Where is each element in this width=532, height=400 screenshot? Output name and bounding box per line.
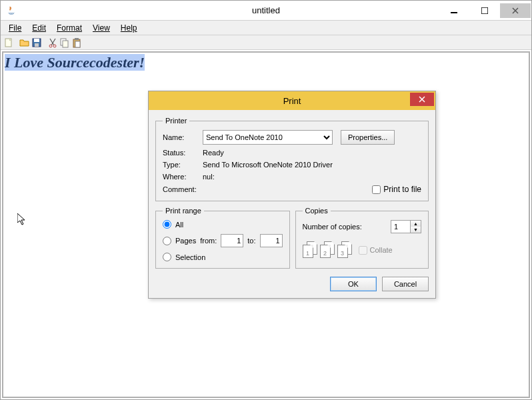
properties-button[interactable]: Properties... — [341, 130, 395, 145]
cut-icon[interactable] — [47, 37, 58, 48]
where-label: Where: — [163, 173, 203, 181]
status-label: Status: — [163, 149, 203, 157]
svg-rect-4 — [34, 39, 39, 42]
menu-edit[interactable]: Edit — [27, 22, 51, 34]
collate-label: Collate — [370, 246, 393, 254]
print-range-group: Print range All Pages from: to: Selectio… — [155, 207, 290, 269]
menu-view[interactable]: View — [87, 22, 115, 34]
window-controls — [439, 3, 531, 18]
printer-group: Printer Name: Send To OneNote 2010 Prope… — [155, 117, 429, 201]
paste-icon[interactable] — [71, 37, 82, 48]
print-to-file-label: Print to file — [383, 185, 421, 194]
save-file-icon[interactable] — [31, 37, 42, 48]
range-pages-radio[interactable] — [163, 237, 171, 245]
where-value: nul: — [203, 173, 215, 181]
range-all-label: All — [175, 221, 183, 229]
type-value: Send To Microsoft OneNote 2010 Driver — [203, 161, 333, 169]
svg-rect-1 — [481, 7, 488, 14]
copy-icon[interactable] — [59, 37, 70, 48]
close-button[interactable] — [500, 3, 531, 18]
svg-point-7 — [53, 45, 56, 47]
window-title: untitled — [252, 5, 280, 15]
svg-point-6 — [49, 45, 52, 47]
minimize-button[interactable] — [439, 3, 469, 18]
menubar: File Edit Format View Help — [1, 21, 531, 35]
ok-button[interactable]: OK — [330, 277, 377, 291]
collate-checkbox — [359, 246, 367, 255]
collate-pages-icon: 11 22 33 — [303, 241, 353, 259]
copies-input[interactable] — [391, 220, 411, 233]
svg-rect-9 — [63, 41, 68, 47]
dialog-titlebar[interactable]: Print — [149, 91, 435, 110]
copies-group-label: Copies — [303, 207, 331, 215]
dialog-title: Print — [283, 96, 301, 106]
spin-down-icon[interactable]: ▼ — [411, 227, 421, 233]
name-label: Name: — [163, 133, 203, 141]
range-selection-radio[interactable] — [163, 253, 171, 261]
dialog-close-button[interactable] — [410, 93, 434, 106]
type-label: Type: — [163, 161, 203, 169]
range-all-radio[interactable] — [163, 220, 171, 229]
spin-up-icon[interactable]: ▲ — [411, 221, 421, 227]
new-file-icon[interactable] — [3, 37, 14, 48]
open-file-icon[interactable] — [19, 37, 30, 48]
range-from-label: from: — [200, 237, 217, 245]
print-to-file-checkbox[interactable] — [372, 185, 381, 194]
java-app-icon — [6, 5, 17, 16]
status-value: Ready — [203, 149, 224, 157]
print-to-file-option[interactable]: Print to file — [372, 185, 421, 194]
range-to-input[interactable] — [260, 234, 283, 247]
range-selection-label: Selection — [175, 253, 205, 261]
menu-file[interactable]: File — [3, 22, 27, 34]
menu-format[interactable]: Format — [51, 22, 87, 34]
titlebar: untitled — [1, 1, 531, 21]
dialog-body: Printer Name: Send To OneNote 2010 Prope… — [149, 110, 435, 298]
maximize-button[interactable] — [469, 3, 500, 18]
range-pages-label: Pages — [175, 237, 196, 245]
range-to-label: to: — [247, 237, 255, 245]
editor-text-selection[interactable]: I Love Sourcecodester! — [5, 54, 145, 71]
svg-rect-5 — [35, 43, 39, 47]
range-from-input[interactable] — [221, 234, 243, 247]
svg-rect-11 — [75, 38, 79, 40]
copies-label: Number of copies: — [303, 223, 362, 231]
printer-group-label: Printer — [163, 117, 189, 125]
svg-rect-12 — [75, 41, 80, 47]
copies-spinner[interactable]: ▲▼ — [411, 220, 421, 233]
copies-group: Copies Number of copies: ▲▼ 11 22 33 — [295, 207, 429, 269]
toolbar — [1, 35, 531, 50]
printer-name-select[interactable]: Send To OneNote 2010 — [203, 130, 333, 145]
comment-label: Comment: — [163, 185, 203, 193]
cancel-button[interactable]: Cancel — [382, 277, 429, 291]
print-range-label: Print range — [163, 207, 204, 215]
svg-rect-0 — [451, 12, 457, 13]
menu-help[interactable]: Help — [115, 22, 143, 34]
dialog-buttons: OK Cancel — [155, 274, 429, 291]
print-dialog: Print Printer Name: Send To OneNote 2010… — [148, 91, 436, 299]
